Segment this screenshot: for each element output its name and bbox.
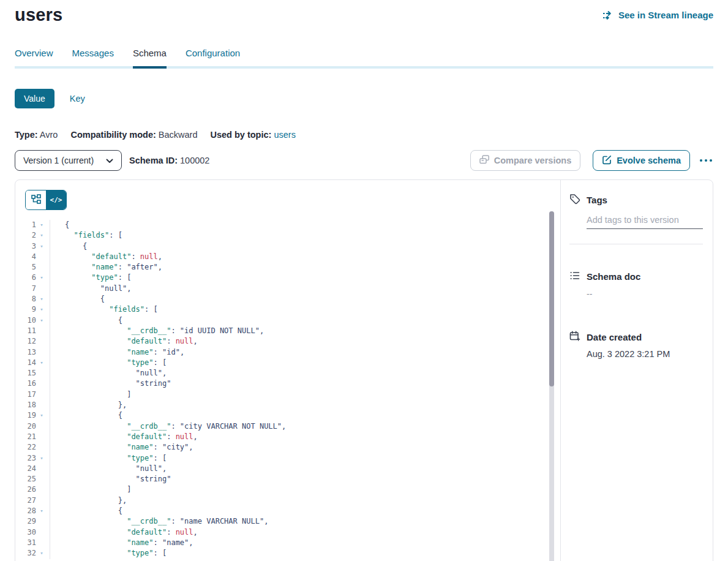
code-text: ]	[50, 484, 131, 495]
code-text: "default": null,	[50, 252, 162, 262]
code-line: 10▾ {	[15, 315, 560, 326]
code-text: "default": null,	[50, 527, 198, 538]
code-line: 13 "name": "id",	[15, 347, 560, 358]
tags-section: Tags	[569, 194, 703, 244]
code-view-button[interactable]: </>	[46, 190, 66, 209]
schema-doc-section: Schema doc --	[569, 270, 703, 325]
compare-versions-icon	[479, 155, 489, 166]
code-line: 20 "__crdb__": "city VARCHAR NOT NULL",	[15, 421, 560, 432]
code-line: 27 },	[15, 495, 560, 506]
tab-messages[interactable]: Messages	[72, 48, 114, 69]
line-number: 2	[15, 230, 36, 241]
code-line: 6▾ "type": [	[15, 273, 560, 283]
fold-arrow-icon[interactable]: ▾	[36, 548, 47, 559]
date-created-section: Date created Aug. 3 2022 3:21 PM	[569, 331, 703, 359]
type-label: Type:	[15, 130, 38, 140]
key-button[interactable]: Key	[70, 94, 85, 104]
code-line: 30 "default": null,	[15, 527, 560, 538]
fold-arrow-icon[interactable]: ▾	[36, 453, 47, 464]
line-number: 24	[15, 464, 36, 474]
code-text: {	[50, 220, 69, 230]
tab-bar: Overview Messages Schema Configuration	[15, 48, 713, 69]
code-line: 19▾ {	[15, 410, 560, 421]
tree-view-icon	[31, 194, 41, 206]
line-number: 27	[15, 495, 36, 506]
code-text: "type": [	[50, 548, 167, 559]
tab-overview[interactable]: Overview	[15, 48, 53, 69]
ellipsis-icon	[700, 159, 702, 162]
fold-arrow-icon[interactable]: ▾	[36, 358, 47, 368]
fold-arrow-icon[interactable]: ▾	[36, 506, 47, 516]
code-line: 25 "string"	[15, 474, 560, 484]
topic-label: Used by topic:	[210, 130, 271, 140]
line-number: 29	[15, 516, 36, 527]
code-line: 31 "name": "name",	[15, 538, 560, 548]
see-in-stream-lineage-link[interactable]: See in Stream lineage	[602, 10, 713, 20]
date-created-title: Date created	[587, 332, 642, 342]
editor-scrollbar-thumb[interactable]	[549, 211, 554, 386]
compatibility-field: Compatibility mode: Backward	[70, 130, 197, 140]
code-text: "string"	[50, 474, 171, 484]
schema-id-value: 100002	[180, 156, 209, 165]
schema-page: users See in Stream lineage Overview Mes…	[0, 0, 728, 561]
code-text: "default": null,	[50, 432, 198, 442]
line-number: 17	[15, 390, 36, 400]
code-line: 3▾ {	[15, 241, 560, 252]
chevron-down-icon	[106, 156, 113, 165]
calendar-plus-icon	[569, 331, 580, 344]
code-text: {	[50, 294, 105, 304]
fold-arrow-icon[interactable]: ▾	[36, 273, 47, 283]
schema-sidebar: Tags Schema	[560, 180, 713, 561]
code-text: "fields": [	[50, 230, 122, 241]
fold-arrow-icon[interactable]: ▾	[36, 304, 47, 315]
view-mode-toggle: </>	[25, 190, 67, 210]
code-text: },	[50, 495, 127, 506]
fold-arrow-icon[interactable]: ▾	[36, 220, 47, 230]
fold-arrow-icon[interactable]: ▾	[36, 241, 47, 252]
code-text: "null",	[50, 368, 167, 378]
type-field: Type: Avro	[15, 130, 58, 140]
code-text: "name": "name",	[50, 538, 193, 548]
fold-arrow-icon[interactable]: ▾	[36, 315, 47, 326]
compatibility-label: Compatibility mode:	[70, 130, 156, 140]
edit-icon	[602, 155, 612, 167]
editor-scrollbar-track[interactable]	[549, 211, 554, 561]
line-number: 21	[15, 432, 36, 442]
code-text: ]	[50, 390, 131, 400]
fold-arrow-icon[interactable]: ▾	[36, 410, 47, 421]
line-number: 8	[15, 294, 36, 304]
tag-icon	[569, 194, 580, 206]
line-number: 31	[15, 538, 36, 548]
add-tags-input[interactable]	[587, 206, 703, 229]
fold-arrow-icon[interactable]: ▾	[36, 230, 47, 241]
version-select[interactable]: Version 1 (current)	[15, 150, 122, 171]
more-options-button[interactable]	[699, 156, 713, 165]
tab-schema[interactable]: Schema	[133, 48, 167, 69]
code-line: 22 "name": "city",	[15, 442, 560, 453]
schema-doc-value: --	[569, 289, 703, 299]
fold-arrow-icon[interactable]: ▾	[36, 294, 47, 304]
line-number: 32	[15, 548, 36, 559]
lineage-link-label: See in Stream lineage	[618, 10, 713, 20]
code-line: 26 ]	[15, 484, 560, 495]
code-line: 14▾ "type": [	[15, 358, 560, 368]
tree-view-button[interactable]	[26, 190, 46, 209]
line-number: 22	[15, 442, 36, 453]
topic-link[interactable]: users	[274, 130, 295, 140]
line-number: 7	[15, 284, 36, 294]
line-number: 28	[15, 506, 36, 516]
page-title: users	[15, 5, 62, 25]
evolve-schema-label: Evolve schema	[617, 156, 681, 165]
code-line: 23▾ "type": [	[15, 453, 560, 464]
code-line: 9▾ "fields": [	[15, 304, 560, 315]
code-text: "fields": [	[50, 304, 158, 315]
code-line: 21 "default": null,	[15, 432, 560, 442]
line-number: 26	[15, 484, 36, 495]
used-by-topic-field: Used by topic: users	[210, 130, 295, 140]
schema-card: </> 1▾{2▾ "fields": [3▾ {4 "default": nu…	[15, 179, 713, 561]
code-line: 18 },	[15, 400, 560, 410]
tab-configuration[interactable]: Configuration	[186, 48, 240, 69]
value-button[interactable]: Value	[15, 89, 54, 108]
compare-versions-button[interactable]: Compare versions	[470, 150, 581, 171]
evolve-schema-button[interactable]: Evolve schema	[593, 150, 690, 171]
